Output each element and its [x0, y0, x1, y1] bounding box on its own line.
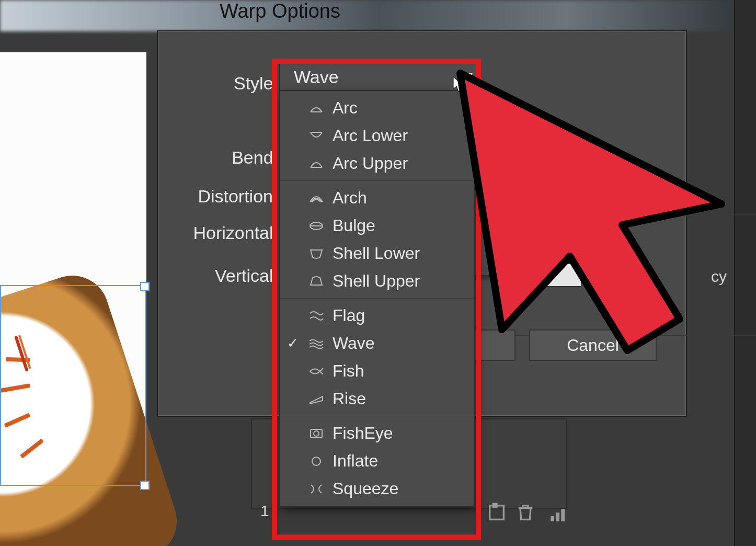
- cancel-button[interactable]: Cancel: [529, 329, 657, 361]
- fisheye-icon: [307, 426, 325, 441]
- style-option-label: Arc Upper: [333, 154, 468, 173]
- check-icon: ✓: [285, 335, 300, 351]
- squeeze-icon: [307, 482, 325, 496]
- style-option-label: Shell Upper: [333, 271, 468, 291]
- shell-upper-icon: [307, 274, 325, 289]
- style-option-label: Wave: [333, 334, 468, 353]
- arc-upper-icon: [307, 156, 325, 171]
- style-dropdown-value: Wave: [294, 67, 339, 87]
- style-option-label: Fish: [333, 361, 468, 381]
- style-option-inflate[interactable]: Inflate: [280, 447, 474, 475]
- style-option-shell-lower[interactable]: Shell Lower: [280, 240, 474, 267]
- style-option-wave[interactable]: ✓Wave: [280, 329, 474, 357]
- style-label: Style:: [221, 73, 278, 94]
- style-option-bulge[interactable]: Bulge: [280, 212, 474, 240]
- selection-handle[interactable]: [140, 282, 150, 291]
- background-blur: [0, 0, 756, 31]
- style-option-label: Flag: [333, 306, 468, 325]
- style-option-squeeze[interactable]: Squeeze: [280, 475, 474, 503]
- style-option-rise[interactable]: Rise: [280, 385, 474, 413]
- style-option-label: FishEye: [333, 424, 468, 443]
- bulge-icon: [307, 219, 325, 233]
- shell-lower-icon: [307, 246, 325, 261]
- selection-handle[interactable]: [140, 481, 150, 490]
- distortion-label: Distortion: [179, 186, 273, 207]
- style-dropdown[interactable]: Wave: [279, 63, 480, 91]
- style-option-label: Arc: [333, 98, 468, 118]
- arc-lower-icon: [307, 129, 325, 143]
- cancel-button-label: Cancel: [567, 336, 619, 355]
- rise-icon: [307, 392, 325, 406]
- chevron-down-icon: [463, 73, 473, 79]
- bend-label: Bend:: [215, 147, 278, 168]
- style-option-fisheye[interactable]: FishEye: [280, 419, 474, 447]
- fish-icon: [307, 364, 325, 379]
- steps-icon: [549, 502, 570, 523]
- flag-icon: [307, 309, 325, 323]
- svg-rect-4: [561, 509, 565, 521]
- svg-rect-2: [551, 516, 554, 521]
- dialog-title: Warp Options: [220, 0, 340, 22]
- bend-value-field[interactable]: [534, 141, 581, 164]
- horizontal-value-field[interactable]: [534, 219, 581, 242]
- svg-point-8: [314, 431, 319, 436]
- style-option-label: Arc Lower: [333, 126, 468, 145]
- page-indicator: 1: [260, 502, 269, 520]
- style-option-arc[interactable]: Arc: [280, 94, 474, 122]
- canvas[interactable]: [0, 52, 146, 546]
- trash-icon[interactable]: [515, 502, 536, 523]
- style-option-shell-upper[interactable]: Shell Upper: [280, 267, 474, 295]
- inflate-icon: [307, 454, 325, 469]
- style-option-label: Squeeze: [333, 479, 468, 498]
- style-option-label: Bulge: [333, 216, 468, 235]
- arc-icon: [307, 101, 325, 116]
- style-option-arc-upper[interactable]: Arc Upper: [280, 150, 474, 177]
- svg-rect-1: [493, 504, 497, 507]
- svg-rect-3: [556, 513, 559, 521]
- horizontal-label: Horizontal:: [174, 223, 278, 243]
- selection-box[interactable]: [0, 285, 146, 486]
- vertical-value-field[interactable]: [534, 264, 581, 287]
- new-layer-icon[interactable]: [486, 502, 507, 523]
- style-option-fish[interactable]: Fish: [280, 357, 474, 385]
- style-option-arch[interactable]: Arch: [280, 184, 474, 212]
- style-option-label: Shell Lower: [333, 244, 468, 263]
- style-option-arc-lower[interactable]: Arc Lower: [280, 122, 474, 150]
- style-option-flag[interactable]: Flag: [280, 302, 474, 329]
- arch-icon: [307, 191, 325, 206]
- style-dropdown-list[interactable]: ArcArc LowerArc UpperArchBulgeShell Lowe…: [279, 91, 475, 507]
- style-option-label: Rise: [333, 389, 468, 408]
- style-option-label: Arch: [333, 188, 468, 208]
- vertical-label: Vertical:: [200, 266, 278, 286]
- wave-icon: [307, 336, 325, 351]
- style-option-label: Inflate: [333, 451, 468, 471]
- svg-point-9: [312, 457, 320, 465]
